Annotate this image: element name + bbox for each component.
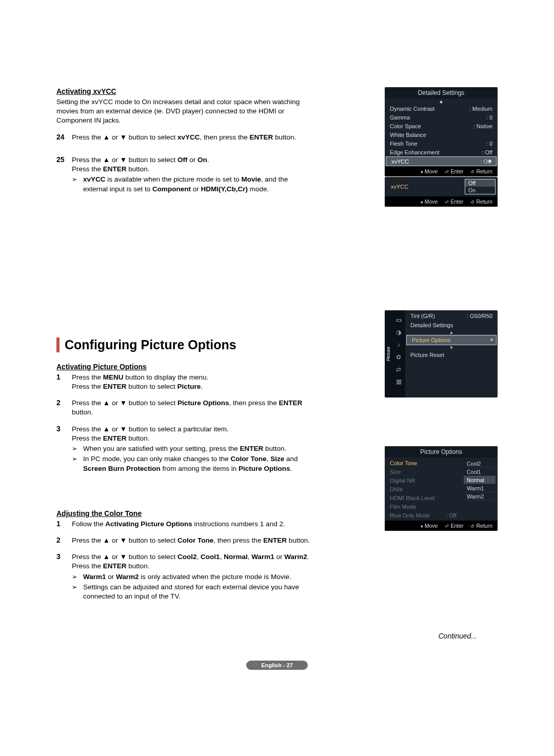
manual-page: Activating xvYCC Setting the xvYCC mode … bbox=[56, 87, 498, 680]
osd-title: Detailed Settings bbox=[385, 87, 498, 98]
heading-adjusting-ct: Adjusting the Color Tone bbox=[56, 509, 313, 518]
step-3-num: 3 bbox=[56, 552, 67, 601]
option-size: Size bbox=[385, 467, 462, 476]
channel-icon: ♪ bbox=[397, 341, 400, 348]
menu-row: Picture Reset bbox=[405, 350, 498, 360]
scroll-up-icon: ▲ bbox=[385, 98, 498, 104]
osd-nav-hints: Move Enter Return bbox=[385, 521, 498, 531]
nav-return: Return bbox=[470, 523, 492, 529]
sound-icon: ◑ bbox=[396, 329, 401, 336]
step-1-num: 1 bbox=[56, 520, 67, 529]
input-icon: ⇄ bbox=[396, 366, 401, 373]
step-3-num: 3 bbox=[56, 425, 67, 473]
option-dnie: DNIe bbox=[385, 485, 462, 493]
popup-options: Off On bbox=[465, 179, 496, 194]
picture-icon: ▭ bbox=[396, 316, 402, 324]
heading-activating-po: Activating Picture Options bbox=[56, 363, 313, 371]
value-warm2: Warm2 bbox=[464, 492, 496, 501]
intro-text: Setting the xvYCC mode to On increases d… bbox=[56, 97, 313, 126]
step-3-body: Press the ▲ or ▼ button to select a part… bbox=[72, 425, 313, 473]
option-blue-only-mode: Blue Only Mode: Off bbox=[385, 511, 462, 520]
heading-activating-xvycc: Activating xvYCC bbox=[56, 87, 313, 95]
value-normal: Normal bbox=[464, 476, 496, 484]
option-list: Color Tone Size Digital NR DNIe HDMI Bla… bbox=[385, 457, 462, 521]
option-on: On bbox=[465, 187, 495, 194]
menu-category-icons: ▭ ◑ ♪ ✿ ⇄ ▦ bbox=[392, 310, 405, 397]
scroll-up-icon: ▲ bbox=[405, 330, 498, 335]
section-activating-xvycc: Activating xvYCC Setting the xvYCC mode … bbox=[56, 87, 313, 194]
nav-return: Return bbox=[470, 198, 492, 205]
osd-nav-hints: Move Enter Return bbox=[385, 166, 498, 176]
step-2-body: Press the ▲ or ▼ button to select Pictur… bbox=[72, 399, 313, 417]
menu-row: Tint (G/R): G50/R50 bbox=[405, 311, 498, 321]
step-2-num: 2 bbox=[56, 536, 67, 545]
nav-move: Move bbox=[421, 523, 438, 529]
osd-nav-hints: Move Enter Return bbox=[385, 196, 498, 207]
osd-detailed-settings: Detailed Settings ▲ Dynamic Contrast: Me… bbox=[385, 87, 498, 176]
step-2-num: 2 bbox=[56, 399, 67, 417]
nav-enter: Enter bbox=[445, 198, 463, 205]
step-24-num: 24 bbox=[56, 133, 67, 142]
osd-selected-row: xvYCC: Off bbox=[386, 156, 497, 166]
tab-label-picture: Picture bbox=[385, 310, 392, 397]
step-1-body: Follow the Activating Picture Options in… bbox=[72, 520, 313, 529]
option-off: Off bbox=[465, 180, 495, 187]
note-arrow-icon: ➢ bbox=[72, 583, 79, 601]
nav-move: Move bbox=[421, 198, 438, 205]
osd-picture-menu: Picture ▭ ◑ ♪ ✿ ⇄ ▦ Tint (G/R): G50/R50 … bbox=[385, 310, 498, 397]
step-3-body: Press the ▲ or ▼ button to select Cool2,… bbox=[72, 552, 313, 601]
menu-row: Detailed Settings bbox=[405, 321, 498, 330]
note-arrow-icon: ➢ bbox=[72, 175, 79, 193]
step-25-body: Press the ▲ or ▼ button to select Off or… bbox=[72, 155, 313, 194]
option-color-tone: Color Tone bbox=[385, 459, 462, 467]
step-25-num: 25 bbox=[56, 155, 67, 194]
section-adjusting-color-tone: Adjusting the Color Tone 1 Follow the Ac… bbox=[56, 509, 313, 602]
continued-label: Continued... bbox=[56, 632, 477, 640]
osd-xvycc-popup: xvYCC Off On Move Enter Return bbox=[385, 177, 498, 207]
nav-enter: Enter bbox=[445, 523, 463, 529]
app-icon: ▦ bbox=[396, 378, 402, 385]
nav-move: Move bbox=[421, 168, 438, 174]
note-arrow-icon: ➢ bbox=[72, 444, 79, 453]
nav-enter: Enter bbox=[445, 168, 463, 174]
osd-title: Picture Options bbox=[385, 446, 498, 457]
menu-row-selected: Picture Options bbox=[406, 335, 497, 345]
setup-icon: ✿ bbox=[396, 353, 401, 361]
option-film-mode: Film Mode bbox=[385, 502, 462, 511]
scroll-down-icon: ▼ bbox=[405, 345, 498, 350]
popup-label: xvYCC bbox=[387, 179, 462, 194]
option-digital-nr: Digital NR bbox=[385, 476, 462, 485]
step-1-body: Press the MENU button to display the men… bbox=[72, 373, 313, 391]
value-list: Cool2 Cool1 Normal Warm1 Warm2 bbox=[462, 457, 498, 521]
section-activating-picture-options: Activating Picture Options 1 Press the M… bbox=[56, 363, 313, 473]
value-cool2: Cool2 bbox=[464, 460, 496, 468]
value-cool1: Cool1 bbox=[464, 468, 496, 476]
step-1-num: 1 bbox=[56, 373, 67, 391]
note-arrow-icon: ➢ bbox=[72, 572, 79, 582]
step-2-body: Press the ▲ or ▼ button to select Color … bbox=[72, 536, 313, 545]
note-arrow-icon: ➢ bbox=[72, 454, 79, 473]
nav-return: Return bbox=[470, 168, 492, 174]
value-warm1: Warm1 bbox=[464, 484, 496, 492]
option-hdmi-black-level: HDMI Black Level bbox=[385, 493, 462, 502]
osd-picture-options: Picture Options Color Tone Size Digital … bbox=[385, 446, 498, 531]
step-24-body: Press the ▲ or ▼ button to select xvYCC,… bbox=[72, 133, 313, 142]
page-number: English - 27 bbox=[246, 661, 308, 670]
